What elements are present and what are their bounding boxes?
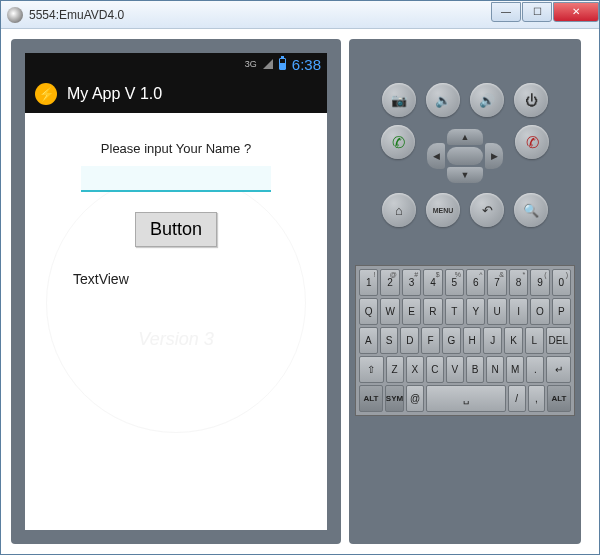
key-@[interactable]: @ (406, 385, 424, 412)
key-6[interactable]: 6^ (466, 269, 485, 296)
key-7[interactable]: 7& (487, 269, 506, 296)
call-button[interactable]: ✆ (381, 125, 415, 159)
key-sym[interactable]: SYM (385, 385, 404, 412)
window-buttons: — ☐ ✕ (490, 2, 599, 24)
app-icon: ⚡ (35, 83, 57, 105)
key-b[interactable]: B (466, 356, 484, 383)
key-r[interactable]: R (423, 298, 442, 325)
key-v[interactable]: V (446, 356, 464, 383)
controls-panel: 📷 🔉 🔊 ⏻ ✆ ▲ ◀ ▶ ▼ ✆ (349, 39, 581, 544)
key-⇧[interactable]: ⇧ (359, 356, 384, 383)
clock: 6:38 (292, 56, 321, 73)
key-.[interactable]: . (526, 356, 544, 383)
key-alt[interactable]: ALT (359, 385, 383, 412)
key-w[interactable]: W (380, 298, 399, 325)
power-button[interactable]: ⏻ (514, 83, 548, 117)
key-s[interactable]: S (380, 327, 399, 354)
window-titlebar: 5554:EmuAVD4.0 — ☐ ✕ (1, 1, 599, 29)
key-␣[interactable]: ␣ (426, 385, 506, 412)
key-a[interactable]: A (359, 327, 378, 354)
hardware-keyboard: 1!2@3#4$5%6^7&8*9(0) QWERTYUIOP ASDFGHJK… (355, 265, 575, 416)
dpad-right[interactable]: ▶ (485, 143, 503, 169)
key-f[interactable]: F (421, 327, 440, 354)
key-1[interactable]: 1! (359, 269, 378, 296)
key-j[interactable]: J (483, 327, 502, 354)
signal-icon (263, 59, 273, 69)
key-y[interactable]: Y (466, 298, 485, 325)
dpad: ▲ ◀ ▶ ▼ (425, 125, 505, 185)
end-call-button[interactable]: ✆ (515, 125, 549, 159)
key-h[interactable]: H (463, 327, 482, 354)
minimize-button[interactable]: — (491, 2, 521, 22)
dpad-down[interactable]: ▼ (447, 167, 483, 183)
close-button[interactable]: ✕ (553, 2, 599, 22)
key-c[interactable]: C (426, 356, 444, 383)
key-x[interactable]: X (406, 356, 424, 383)
key-t[interactable]: T (445, 298, 464, 325)
app-favicon (7, 7, 23, 23)
key-l[interactable]: L (525, 327, 544, 354)
key-i[interactable]: I (509, 298, 528, 325)
android-statusbar: 3G 6:38 (25, 53, 327, 75)
key-e[interactable]: E (402, 298, 421, 325)
home-button[interactable]: ⌂ (382, 193, 416, 227)
dpad-up[interactable]: ▲ (447, 129, 483, 145)
key-2[interactable]: 2@ (380, 269, 399, 296)
key-0[interactable]: 0) (552, 269, 571, 296)
key-8[interactable]: 8* (509, 269, 528, 296)
back-button[interactable]: ↶ (470, 193, 504, 227)
key-alt[interactable]: ALT (547, 385, 571, 412)
textview-label: TextView (73, 271, 309, 287)
menu-button[interactable]: MENU (426, 193, 460, 227)
key-3[interactable]: 3# (402, 269, 421, 296)
camera-button[interactable]: 📷 (382, 83, 416, 117)
name-input[interactable] (81, 166, 271, 192)
emulator-body: 3G 6:38 ⚡ My App V 1.0 Please input Your… (1, 29, 599, 554)
volume-down-button[interactable]: 🔉 (426, 83, 460, 117)
emulator-window: 5554:EmuAVD4.0 — ☐ ✕ 3G 6:38 ⚡ My App V … (0, 0, 600, 555)
key-/[interactable]: / (508, 385, 526, 412)
key-4[interactable]: 4$ (423, 269, 442, 296)
search-button[interactable]: 🔍 (514, 193, 548, 227)
key-g[interactable]: G (442, 327, 461, 354)
app-title: My App V 1.0 (67, 85, 162, 103)
key-u[interactable]: U (487, 298, 506, 325)
key-o[interactable]: O (530, 298, 549, 325)
dpad-left[interactable]: ◀ (427, 143, 445, 169)
key-5[interactable]: 5% (445, 269, 464, 296)
key-n[interactable]: N (486, 356, 504, 383)
control-buttons: 📷 🔉 🔊 ⏻ ✆ ▲ ◀ ▶ ▼ ✆ (357, 75, 573, 235)
battery-icon (279, 58, 286, 70)
phone-screen: 3G 6:38 ⚡ My App V 1.0 Please input Your… (25, 53, 327, 530)
phone-frame: 3G 6:38 ⚡ My App V 1.0 Please input Your… (11, 39, 341, 544)
key-q[interactable]: Q (359, 298, 378, 325)
key-z[interactable]: Z (386, 356, 404, 383)
maximize-button[interactable]: ☐ (522, 2, 552, 22)
dpad-center[interactable] (447, 147, 483, 165)
key-↵[interactable]: ↵ (546, 356, 571, 383)
key-del[interactable]: DEL (546, 327, 571, 354)
key-p[interactable]: P (552, 298, 571, 325)
key-,[interactable]: , (528, 385, 546, 412)
app-content: Please input Your Name ? Button TextView (25, 113, 327, 530)
submit-button[interactable]: Button (135, 212, 217, 247)
key-k[interactable]: K (504, 327, 523, 354)
app-titlebar: ⚡ My App V 1.0 (25, 75, 327, 113)
key-m[interactable]: M (506, 356, 524, 383)
network-indicator: 3G (245, 59, 257, 69)
key-d[interactable]: D (400, 327, 419, 354)
window-title: 5554:EmuAVD4.0 (29, 8, 490, 22)
volume-up-button[interactable]: 🔊 (470, 83, 504, 117)
name-prompt-label: Please input Your Name ? (43, 141, 309, 156)
key-9[interactable]: 9( (530, 269, 549, 296)
